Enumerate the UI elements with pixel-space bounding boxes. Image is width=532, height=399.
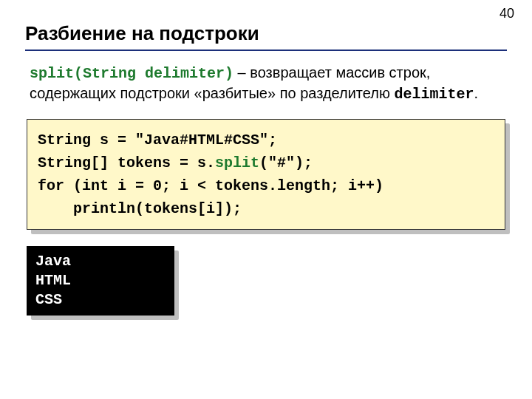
- code-block: String s = "Java#HTML#CSS"; String[] tok…: [27, 119, 505, 230]
- code-line1a: String s =: [38, 132, 135, 149]
- output-content: Java HTML CSS: [27, 246, 174, 316]
- code-line2c: (: [259, 154, 268, 171]
- desc-period: .: [474, 85, 479, 101]
- code-line2d: "#": [268, 154, 295, 171]
- page-number: 40: [499, 6, 514, 21]
- code-line1c: ;: [268, 132, 277, 149]
- title-underline: [25, 50, 507, 51]
- output-block: Java HTML CSS: [27, 246, 174, 316]
- desc-delimiter: delimiter: [395, 86, 474, 103]
- code-block-content: String s = "Java#HTML#CSS"; String[] tok…: [27, 119, 505, 230]
- code-line2e: );: [295, 154, 313, 171]
- code-line2b: split: [215, 154, 259, 171]
- code-line1b: "Java#HTML#CSS": [135, 132, 268, 149]
- description: split(String delimiter) – возвращает мас…: [30, 63, 507, 104]
- code-line3: for (int i = 0; i < tokens.length; i++): [38, 177, 383, 194]
- code-line2a: String[] tokens = s.: [38, 154, 215, 171]
- slide-title: Разбиение на подстроки: [25, 22, 507, 50]
- code-line4: println(tokens[i]);: [38, 200, 242, 217]
- desc-sep: –: [233, 64, 250, 81]
- method-signature: split(String delimiter): [30, 65, 233, 82]
